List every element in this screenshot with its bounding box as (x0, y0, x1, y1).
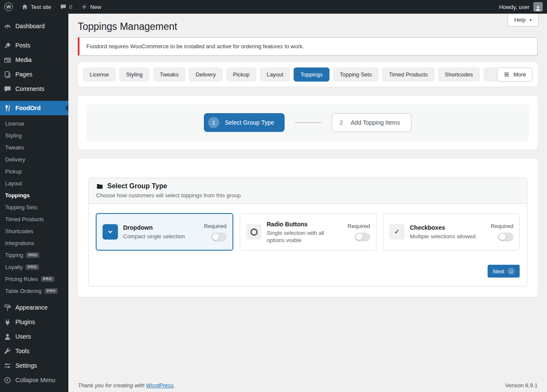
required-toggle[interactable] (355, 233, 370, 241)
submenu-item-loyalty[interactable]: LoyaltyPRO (0, 261, 68, 273)
wordpress-link[interactable]: WordPress (146, 382, 174, 389)
new-label: New (90, 4, 101, 10)
plus-icon (81, 3, 88, 10)
option-title: Radio Buttons (267, 220, 342, 228)
required-label: Required (204, 223, 226, 229)
required-toggle[interactable] (498, 233, 513, 241)
step-1-number: 1 (208, 117, 219, 128)
step-1-select-group-type[interactable]: 1 Select Group Type (204, 113, 285, 132)
sidebar-item-posts[interactable]: Posts (0, 38, 68, 53)
pro-badge: PRO (26, 264, 39, 270)
tab-pickup[interactable]: Pickup (226, 67, 256, 82)
tab-license[interactable]: License (83, 67, 116, 82)
sidebar-item-dashboard[interactable]: Dashboard (0, 19, 68, 33)
comments-icon (3, 85, 12, 93)
next-button[interactable]: Next → (488, 265, 520, 278)
sidebar-item-appearance[interactable]: Appearance (0, 300, 68, 315)
wordpress-logo-menu[interactable]: W (0, 0, 17, 14)
option-title: Dropdown (123, 224, 199, 231)
submenu-item-tipping[interactable]: TippingPRO (0, 249, 68, 261)
admin-menu: Dashboard Posts Media Pages Comments Foo… (0, 14, 68, 392)
sidebar-item-tools[interactable]: Tools (0, 344, 68, 358)
site-name: Test site (31, 4, 51, 10)
foodord-submenu: License Styling Tweaks Delivery Pickup L… (0, 115, 68, 300)
site-name-menu[interactable]: Test site (17, 0, 56, 14)
foodord-icon (3, 104, 12, 112)
submenu-item-shortcodes[interactable]: Shortcodes (0, 225, 68, 237)
menu-separator (0, 33, 68, 38)
submenu-item-toppings[interactable]: Toppings (0, 189, 68, 201)
option-description: Single selection with all options visibl… (267, 229, 342, 244)
tab-styling[interactable]: Styling (119, 67, 150, 82)
option-description: Multiple selections allowed (410, 233, 485, 240)
version-text: Version 6.9.1 (505, 382, 538, 389)
submenu-item-tweaks[interactable]: Tweaks (0, 141, 68, 153)
menu-separator (0, 96, 68, 101)
sidebar-item-users[interactable]: Users (0, 329, 68, 344)
dropdown-icon (103, 224, 118, 240)
howdy-text: Howdy, user (499, 4, 529, 10)
stepper-connector (295, 122, 321, 123)
radio-ring-icon (250, 228, 258, 236)
option-radio-buttons[interactable]: Radio Buttons Single selection with all … (240, 213, 376, 251)
tab-toppings[interactable]: Toppings (294, 67, 329, 82)
sidebar-item-foodord[interactable]: FoodOrd (0, 101, 68, 115)
option-checkboxes[interactable]: ✓ Checkboxes Multiple selections allowed… (383, 213, 520, 251)
group-type-panel: Select Group Type Choose how customers w… (78, 159, 538, 297)
tab-layout[interactable]: Layout (260, 67, 290, 82)
submenu-item-delivery[interactable]: Delivery (0, 153, 68, 165)
woocommerce-required-notice: Foodord requires WooCommerce to be insta… (78, 37, 538, 56)
footer-thanks: Thank you for creating with WordPress. (78, 382, 175, 389)
sidebar-item-settings[interactable]: Settings (0, 358, 68, 373)
tab-bar: License Styling Tweaks Delivery Pickup L… (78, 62, 538, 87)
submenu-item-pricing-rules[interactable]: Pricing RulesPRO (0, 273, 68, 285)
step-2-add-topping-items[interactable]: 2 Add Topping Items (332, 113, 412, 132)
pro-badge: PRO (26, 252, 39, 258)
tab-topping-sets[interactable]: Topping Sets (333, 67, 379, 82)
sidebar-item-plugins[interactable]: Plugins (0, 315, 68, 329)
sidebar-item-comments[interactable]: Comments (0, 82, 68, 96)
tab-tweaks[interactable]: Tweaks (153, 67, 185, 82)
help-button[interactable]: Help ▾ (507, 14, 538, 26)
submenu-item-pickup[interactable]: Pickup (0, 165, 68, 177)
avatar (533, 2, 543, 12)
option-title: Checkboxes (410, 224, 485, 231)
new-content-menu[interactable]: New (76, 0, 106, 14)
my-account-menu[interactable]: Howdy, user (495, 0, 547, 14)
sidebar-item-media[interactable]: Media (0, 53, 68, 67)
home-icon (21, 3, 28, 10)
select-group-type-body: Dropdown Compact single selection Requir… (88, 204, 527, 286)
submenu-item-table-ordering[interactable]: Table OrderingPRO (0, 285, 68, 297)
submenu-item-timed-products[interactable]: Timed Products (0, 213, 68, 225)
plugins-icon (3, 318, 12, 326)
settings-icon (3, 362, 12, 370)
required-label: Required (347, 223, 370, 229)
admin-bar: W Test site 0 New Howdy, user (0, 0, 547, 14)
sidebar-item-pages[interactable]: Pages (0, 67, 68, 82)
pro-badge: PRO (41, 276, 54, 282)
collapse-arrow-icon (3, 376, 12, 384)
comments-count: 0 (69, 4, 72, 10)
submenu-item-styling[interactable]: Styling (0, 129, 68, 141)
tab-timed-products[interactable]: Timed Products (382, 67, 435, 82)
tab-delivery[interactable]: Delivery (189, 67, 223, 82)
pro-badge: PRO (44, 288, 58, 294)
chevron-down-icon (106, 228, 114, 236)
submenu-item-license[interactable]: License (0, 117, 68, 129)
folder-icon (96, 183, 103, 190)
collapse-menu-button[interactable]: Collapse Menu (0, 373, 68, 387)
required-label: Required (491, 223, 513, 229)
more-button[interactable]: More (497, 67, 532, 82)
comments-menu[interactable]: 0 (56, 0, 76, 14)
users-icon (3, 333, 12, 341)
option-dropdown[interactable]: Dropdown Compact single selection Requir… (96, 213, 233, 251)
caret-down-icon: ▾ (529, 18, 532, 22)
submenu-item-topping-sets[interactable]: Topping Sets (0, 201, 68, 213)
stepper: 1 Select Group Type 2 Add Topping Items (86, 104, 529, 141)
hamburger-icon (503, 71, 510, 78)
tab-shortcodes[interactable]: Shortcodes (438, 67, 480, 82)
submenu-item-layout[interactable]: Layout (0, 177, 68, 189)
stepper-card: 1 Select Group Type 2 Add Topping Items (78, 96, 538, 149)
required-toggle[interactable] (211, 233, 226, 241)
submenu-item-integrations[interactable]: Integrations (0, 237, 68, 249)
